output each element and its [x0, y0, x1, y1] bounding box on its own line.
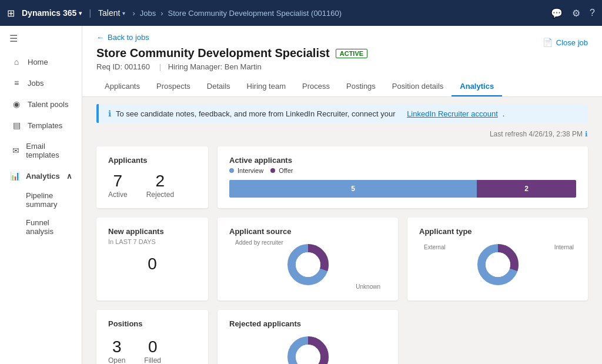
new-applicants-card: New applicants In LAST 7 DAYS 0 — [96, 218, 208, 300]
refresh-info-icon: ℹ — [585, 130, 588, 138]
active-stat: 7 Active — [108, 172, 128, 199]
rejected-stat: 2 Rejected — [146, 172, 174, 199]
legend-interview: Interview — [229, 167, 263, 174]
refresh-text: Last refresh 4/26/19, 2:38 PM — [490, 130, 583, 138]
type-label-external: External — [424, 244, 446, 251]
open-count: 3 — [112, 338, 122, 356]
tab-bar: Applicants Prospects Details Hiring team… — [96, 77, 588, 96]
brand-chevron-icon: ▾ — [79, 10, 82, 16]
templates-icon: ▤ — [11, 121, 22, 130]
grid-icon[interactable]: ⊞ — [7, 8, 15, 19]
breadcrumb: › Jobs › Store Community Development Spe… — [130, 9, 342, 18]
job-title: Store Community Development Specialist — [96, 46, 330, 60]
info-icon: ℹ — [108, 109, 111, 118]
sidebar-item-templates[interactable]: ▤ Templates — [0, 115, 82, 136]
linkedin-recruiter-link[interactable]: LinkedIn Recruiter account — [407, 109, 498, 118]
new-applicants-subtitle: In LAST 7 DAYS — [108, 238, 196, 245]
analytics-area: Last refresh 4/26/19, 2:38 PM ℹ Applican… — [82, 130, 602, 364]
new-applicants-stat: 0 — [108, 255, 196, 273]
page-header: ← Back to jobs Store Community Developme… — [82, 26, 602, 97]
tab-details[interactable]: Details — [199, 77, 239, 96]
brand-label[interactable]: Dynamics 365 ▾ — [22, 8, 82, 18]
applicant-type-title: Applicant type — [419, 227, 576, 236]
jobs-icon: ≡ — [11, 78, 22, 88]
job-meta: Req ID: 001160 | Hiring Manager: Ben Mar… — [96, 62, 367, 71]
type-label-internal: Internal — [554, 244, 574, 251]
legend-offer: Offer — [270, 167, 293, 174]
sidebar-item-talent-pools[interactable]: ◉ Talent pools — [0, 93, 82, 115]
back-arrow-icon: ← — [96, 33, 104, 42]
active-label: Active — [108, 191, 128, 199]
offer-bar: 2 — [477, 180, 576, 198]
sidebar: ☰ ⌂ Home ≡ Jobs ◉ Talent pools ▤ Templat… — [0, 26, 82, 364]
rejected-count: 2 — [156, 172, 165, 191]
help-icon[interactable]: ? — [590, 8, 595, 18]
sidebar-item-email-templates[interactable]: ✉ Email templates — [0, 136, 82, 165]
svg-point-2 — [296, 252, 320, 277]
active-applicants-title: Active applicants — [229, 156, 576, 165]
open-stat: 3 Open — [108, 338, 125, 364]
applicants-stat-row: 7 Active 2 Rejected — [108, 172, 196, 199]
close-job-button[interactable]: Close job — [556, 38, 588, 47]
req-id: Req ID: 001160 — [96, 62, 150, 71]
tab-prospects[interactable]: Prospects — [148, 77, 199, 96]
applicant-source-donut — [285, 241, 332, 288]
filled-stat: 0 Filled — [144, 338, 161, 364]
module-chevron-icon: ▾ — [122, 10, 125, 16]
main-content: ← Back to jobs Store Community Developme… — [82, 26, 602, 364]
analytics-section-header[interactable]: 📊 Analytics ∧ — [0, 165, 82, 186]
hiring-manager: Hiring Manager: Ben Martin — [168, 62, 262, 71]
applicant-source-card: Applicant source Added by recruiter Unkn… — [218, 218, 398, 300]
tab-hiring-team[interactable]: Hiring team — [239, 77, 294, 96]
filled-label: Filled — [144, 356, 161, 364]
rejected-label: Rejected — [146, 191, 174, 199]
source-label-unknown: Unknown — [356, 283, 380, 290]
source-label-added: Added by recruiter — [235, 239, 283, 246]
top-nav: ⊞ Dynamics 365 ▾ | Talent ▾ › Jobs › Sto… — [0, 0, 602, 26]
tab-applicants[interactable]: Applicants — [96, 77, 148, 96]
top-nav-actions: 💬 ⚙ ? — [551, 8, 595, 19]
home-icon: ⌂ — [11, 57, 22, 66]
sidebar-item-pipeline-summary[interactable]: Pipeline summary — [0, 186, 82, 213]
analytics-icon: 📊 — [9, 171, 20, 181]
info-banner: ℹ To see candidate notes, feedback, and … — [96, 104, 588, 123]
new-applicants-title: New applicants — [108, 227, 196, 236]
status-badge: ACTIVE — [336, 49, 367, 58]
sidebar-item-home[interactable]: ⌂ Home — [0, 51, 82, 72]
chart-legend: Interview Offer — [229, 167, 576, 174]
close-job-doc-icon: 📄 — [543, 38, 553, 47]
cards-row-2: New applicants In LAST 7 DAYS 0 Applican… — [96, 218, 588, 300]
sidebar-item-funnel-analysis[interactable]: Funnel analysis — [0, 213, 82, 241]
analytics-collapse-icon: ∧ — [66, 172, 72, 181]
module-label[interactable]: Talent ▾ — [98, 8, 125, 18]
positions-title: Positions — [108, 319, 196, 328]
tab-postings[interactable]: Postings — [338, 77, 384, 96]
positions-stat-row: 3 Open 0 Filled — [108, 338, 196, 364]
refresh-bar: Last refresh 4/26/19, 2:38 PM ℹ — [96, 130, 588, 138]
cards-row-1: Applicants 7 Active 2 Rejected A — [96, 146, 588, 208]
rejected-applicants-donut — [285, 333, 332, 364]
back-to-jobs-link[interactable]: ← Back to jobs — [96, 33, 367, 42]
active-count: 7 — [113, 172, 123, 191]
interview-bar: 5 — [229, 180, 477, 198]
cards-row-3: Positions 3 Open 0 Filled Reject — [96, 310, 588, 364]
breadcrumb-jobs[interactable]: Jobs — [140, 9, 156, 18]
active-applicants-card: Active applicants Interview Offer 5 — [218, 146, 588, 208]
svg-point-5 — [486, 252, 510, 277]
talent-pools-icon: ◉ — [11, 99, 22, 109]
tab-position-details[interactable]: Position details — [384, 77, 452, 96]
applicants-card-title: Applicants — [108, 156, 196, 165]
comment-icon[interactable]: 💬 — [551, 8, 563, 19]
applicants-card: Applicants 7 Active 2 Rejected — [96, 146, 208, 208]
sidebar-item-jobs[interactable]: ≡ Jobs — [0, 72, 82, 93]
applicant-source-title: Applicant source — [229, 227, 386, 236]
job-title-row: Store Community Development Specialist A… — [96, 46, 367, 60]
rejected-applicants-title: Rejected applicants — [229, 319, 386, 328]
settings-icon[interactable]: ⚙ — [572, 8, 580, 19]
active-applicants-bar-chart: 5 2 — [229, 180, 576, 198]
tab-process[interactable]: Process — [294, 77, 338, 96]
rejected-applicants-card: Rejected applicants Experience Assessmen… — [218, 310, 398, 364]
tab-analytics[interactable]: Analytics — [452, 77, 502, 96]
applicant-type-donut — [474, 241, 521, 288]
hamburger-icon[interactable]: ☰ — [0, 26, 82, 51]
